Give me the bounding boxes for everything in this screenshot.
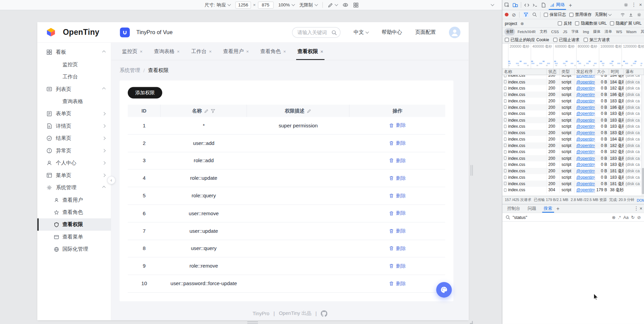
add-panel-icon[interactable]: + <box>569 2 572 8</box>
initiator-link[interactable]: @opentiny vue <box>576 130 595 135</box>
clear-filter-icon[interactable]: ⊗ <box>520 21 524 26</box>
delete-button[interactable]: 删除 <box>350 240 445 257</box>
grid-column-header[interactable]: 瀑布 <box>624 69 644 75</box>
sidebar-item-form-page[interactable]: 表单页 <box>38 107 111 120</box>
throttling-select[interactable]: 无限制 <box>595 12 611 18</box>
initiator-link[interactable]: @opentiny vue <box>576 79 595 84</box>
network-request-row[interactable]: index.css 200 script @opentiny vue 0 B 1… <box>502 75 642 78</box>
sidebar-item-workbench[interactable]: 工作台 <box>38 71 111 83</box>
sidebar-item-query-table[interactable]: 查询表格 <box>38 95 111 107</box>
drawer-search-input[interactable] <box>512 215 609 220</box>
page-tab[interactable]: 查看用户 × <box>223 43 249 60</box>
github-icon[interactable] <box>321 310 327 317</box>
tab-close-icon[interactable]: × <box>320 49 323 54</box>
sidebar-item-menu-page[interactable]: 菜单页 <box>38 169 111 181</box>
tab-close-icon[interactable]: × <box>177 49 180 54</box>
filter-chip[interactable]: CSS <box>550 29 560 35</box>
sidebar-item-monitor[interactable]: 监控页 <box>38 58 111 71</box>
disable-cache-checkbox[interactable]: 禁用缓存 <box>569 12 592 18</box>
grid-column-header[interactable]: 状态 <box>547 69 560 75</box>
filter-chip[interactable]: JS <box>561 29 569 35</box>
hide-extension-urls-checkbox[interactable]: 隐藏扩展 URL <box>610 21 642 26</box>
drawer-tab[interactable]: 问题 <box>524 204 540 213</box>
network-request-row[interactable]: index.css 200 script @opentiny vue 0 B 1… <box>502 91 642 98</box>
clear-icon[interactable]: ⊘ <box>512 12 516 17</box>
add-drawer-tool-icon[interactable]: + <box>556 205 559 211</box>
delete-button[interactable]: 删除 <box>350 205 445 222</box>
network-request-row[interactable]: index.css 200 script @opentiny vue 0 B 1… <box>502 85 642 92</box>
initiator-link[interactable]: @opentiny vue <box>576 105 595 109</box>
clear-results-icon[interactable]: ⊘ <box>637 215 641 219</box>
delete-button[interactable]: 删除 <box>350 170 445 187</box>
initiator-link[interactable]: @opentiny vue <box>576 118 595 122</box>
filter-chip[interactable]: Fetch/XHR <box>516 29 537 35</box>
network-request-row[interactable]: index.css 200 script @opentiny vue 0 B 1… <box>502 104 642 110</box>
search-icon[interactable] <box>332 29 337 37</box>
blocked-filter-checkbox[interactable]: 已阻止的响应 Cookie <box>505 37 549 43</box>
pen-icon[interactable] <box>328 2 333 8</box>
drawer-tab[interactable]: 搜索 <box>540 204 555 213</box>
sidebar-item-list-page[interactable]: 列表页 <box>38 83 111 95</box>
network-request-row[interactable]: index.css 200 script @opentiny vue 0 B 1… <box>502 110 642 117</box>
edit-icon[interactable] <box>307 108 311 113</box>
initiator-link[interactable]: @opentiny vue <box>576 175 595 179</box>
initiator-link[interactable]: @opentiny vue <box>576 156 595 160</box>
blocked-filter-checkbox[interactable]: 已阻止请求 <box>553 37 579 43</box>
filter-icon[interactable] <box>211 108 215 113</box>
network-request-row[interactable]: index.css 200 script @opentiny vue 0 B 1… <box>502 129 642 136</box>
grid-column-header[interactable]: 名称 <box>502 69 547 75</box>
network-request-row[interactable]: index.css 200 script @opentiny vue 0 B 1… <box>502 123 642 130</box>
delete-button[interactable]: 删除 <box>350 134 445 152</box>
filter-toggle-icon[interactable] <box>523 12 529 17</box>
network-conditions-icon[interactable] <box>620 12 625 17</box>
filter-chip[interactable]: WS <box>615 29 624 35</box>
eye-icon[interactable] <box>342 2 348 8</box>
sources-panel-icon[interactable] <box>541 2 546 8</box>
viewport-size-mode[interactable]: 尺寸: 响应 <box>205 2 231 8</box>
sidebar-collapse-button[interactable]: ‹ <box>107 176 115 184</box>
network-request-row[interactable]: index.css 200 script @opentiny vue 0 B 1… <box>502 98 642 104</box>
viewport-width-input[interactable] <box>235 1 251 8</box>
drawer-close-icon[interactable]: × <box>640 206 643 211</box>
grid-column-header[interactable]: 大小 <box>595 69 609 75</box>
elements-panel-icon[interactable] <box>524 2 529 8</box>
network-request-row[interactable]: index.css 200 script @opentiny vue 0 B 1… <box>502 161 642 168</box>
device-toolbar-icon[interactable] <box>512 2 518 8</box>
filter-chip[interactable]: 媒体 <box>592 28 602 35</box>
filter-input[interactable]: project <box>505 21 517 26</box>
initiator-link[interactable]: @opentiny vue <box>576 86 595 90</box>
initiator-link[interactable]: @opentiny vue <box>576 92 595 97</box>
filter-chip[interactable]: Wasm <box>624 29 638 35</box>
more-options-chevron[interactable] <box>491 3 494 6</box>
network-request-row[interactable]: index.css 200 script @opentiny vue 0 B 1… <box>502 117 642 123</box>
network-request-row[interactable]: index.css 200 script @opentiny vue 0 B 1… <box>502 79 642 85</box>
tab-close-icon[interactable]: × <box>209 49 212 54</box>
filter-chip[interactable]: 字体 <box>570 28 580 35</box>
delete-button[interactable]: 删除 <box>350 187 445 204</box>
network-request-row[interactable]: index.css 304 script @opentiny vue 179 B… <box>502 187 642 193</box>
language-select[interactable]: 中文 <box>354 29 368 36</box>
network-request-row[interactable]: index.css 200 script @opentiny vue 0 B 1… <box>502 180 642 187</box>
network-overview-timeline[interactable]: 200000 毫秒 400000 毫秒 600000 毫秒 800000 毫秒 … <box>502 44 644 69</box>
sidebar-item-view-role[interactable]: 查看角色 <box>38 206 111 218</box>
page-tab[interactable]: 监控页 × <box>122 43 143 60</box>
network-request-row[interactable]: index.css 200 script @opentiny vue 0 B 1… <box>502 168 642 174</box>
network-request-row[interactable]: index.css 200 script @opentiny vue 0 B 1… <box>502 149 642 155</box>
page-tab[interactable]: 工作台 × <box>191 43 212 60</box>
initiator-link[interactable]: @opentiny vue <box>576 143 595 147</box>
chevron-down-icon[interactable] <box>334 3 338 6</box>
zoom-select[interactable]: 100% <box>278 2 294 7</box>
sidebar-item-view-permission[interactable]: 查看权限 <box>38 218 111 230</box>
page-tab[interactable]: 查看权限 × <box>297 43 323 60</box>
console-panel-icon[interactable] <box>532 2 538 8</box>
viewport-resize-handle-corner[interactable] <box>470 321 473 324</box>
breadcrumb-root[interactable]: 系统管理 <box>120 67 140 74</box>
filter-chip[interactable]: 其他 <box>639 28 644 35</box>
edit-icon[interactable] <box>204 108 208 113</box>
grid-column-header[interactable]: 时间 <box>609 69 624 75</box>
delete-button[interactable]: 删除 <box>350 275 445 292</box>
initiator-link[interactable]: @opentiny vue <box>576 149 595 154</box>
kebab-menu-icon[interactable]: ⋮ <box>631 2 636 7</box>
viewport-resize-handle-bottom[interactable] <box>247 321 258 323</box>
initiator-link[interactable]: @opentiny vue <box>576 162 595 167</box>
